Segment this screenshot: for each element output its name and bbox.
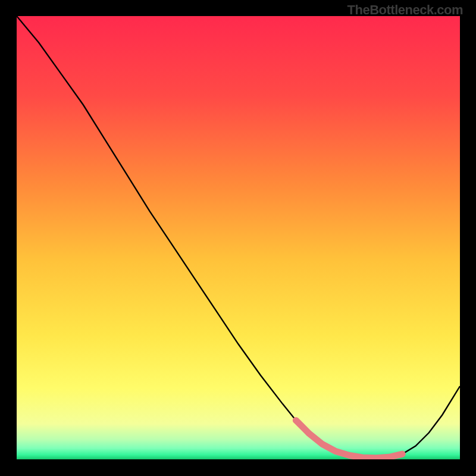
watermark-text: TheBottleneck.com — [347, 2, 463, 18]
plot-background — [17, 16, 460, 459]
chart-stage: TheBottleneck.com — [0, 0, 476, 476]
bottleneck-chart — [0, 0, 476, 476]
